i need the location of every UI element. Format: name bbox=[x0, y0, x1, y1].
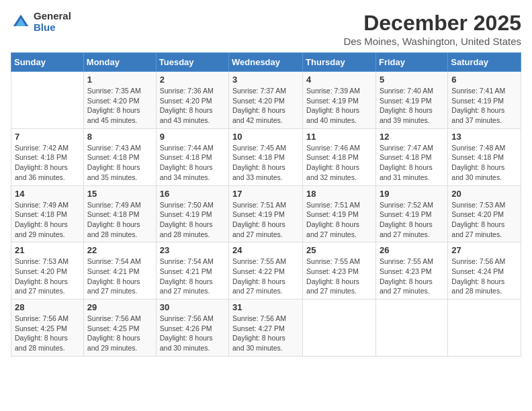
calendar-cell: 8 Sunrise: 7:43 AM Sunset: 4:18 PM Dayli… bbox=[83, 128, 156, 185]
calendar-week-row: 7 Sunrise: 7:42 AM Sunset: 4:18 PM Dayli… bbox=[11, 128, 521, 185]
sunrise-text: Sunrise: 7:37 AM bbox=[232, 87, 286, 95]
day-number: 12 bbox=[380, 132, 444, 142]
sunrise-text: Sunrise: 7:43 AM bbox=[87, 144, 141, 152]
day-number: 29 bbox=[87, 302, 152, 312]
day-number: 10 bbox=[232, 132, 299, 142]
sunrise-text: Sunrise: 7:49 AM bbox=[87, 201, 141, 209]
logo-blue-text: Blue bbox=[34, 22, 71, 34]
sunset-text: Sunset: 4:19 PM bbox=[232, 210, 285, 218]
daylight-text: Daylight: 8 hours and 42 minutes. bbox=[232, 106, 285, 124]
sunset-text: Sunset: 4:25 PM bbox=[87, 324, 140, 332]
daylight-text: Daylight: 8 hours and 28 minutes. bbox=[15, 334, 68, 352]
calendar-cell: 5 Sunrise: 7:40 AM Sunset: 4:19 PM Dayli… bbox=[375, 72, 447, 129]
day-info: Sunrise: 7:47 AM Sunset: 4:18 PM Dayligh… bbox=[380, 143, 444, 183]
header-saturday: Saturday bbox=[448, 53, 521, 72]
sunrise-text: Sunrise: 7:48 AM bbox=[451, 144, 505, 152]
calendar-cell: 17 Sunrise: 7:51 AM Sunset: 4:19 PM Dayl… bbox=[229, 185, 303, 242]
day-number: 1 bbox=[87, 75, 152, 85]
sunrise-text: Sunrise: 7:51 AM bbox=[306, 201, 360, 209]
day-number: 16 bbox=[160, 189, 225, 199]
calendar-cell: 26 Sunrise: 7:55 AM Sunset: 4:23 PM Dayl… bbox=[375, 242, 447, 300]
sunrise-text: Sunrise: 7:56 AM bbox=[160, 314, 214, 322]
daylight-text: Daylight: 8 hours and 30 minutes. bbox=[451, 163, 504, 181]
calendar-cell: 29 Sunrise: 7:56 AM Sunset: 4:25 PM Dayl… bbox=[83, 300, 156, 357]
day-number: 22 bbox=[87, 245, 152, 255]
calendar-cell: 15 Sunrise: 7:49 AM Sunset: 4:18 PM Dayl… bbox=[83, 185, 156, 242]
day-info: Sunrise: 7:53 AM Sunset: 4:20 PM Dayligh… bbox=[451, 200, 517, 240]
sunset-text: Sunset: 4:22 PM bbox=[232, 267, 285, 275]
calendar-cell: 11 Sunrise: 7:46 AM Sunset: 4:18 PM Dayl… bbox=[303, 128, 376, 185]
day-info: Sunrise: 7:56 AM Sunset: 4:25 PM Dayligh… bbox=[15, 314, 80, 353]
sunset-text: Sunset: 4:20 PM bbox=[232, 97, 285, 105]
calendar-cell: 13 Sunrise: 7:48 AM Sunset: 4:18 PM Dayl… bbox=[448, 128, 521, 185]
day-info: Sunrise: 7:53 AM Sunset: 4:20 PM Dayligh… bbox=[15, 257, 80, 296]
day-number: 18 bbox=[306, 189, 372, 199]
daylight-text: Daylight: 8 hours and 30 minutes. bbox=[232, 334, 285, 352]
day-info: Sunrise: 7:49 AM Sunset: 4:18 PM Dayligh… bbox=[15, 200, 80, 240]
sunrise-text: Sunrise: 7:42 AM bbox=[15, 144, 69, 152]
sunset-text: Sunset: 4:24 PM bbox=[451, 267, 504, 275]
calendar-cell: 9 Sunrise: 7:44 AM Sunset: 4:18 PM Dayli… bbox=[156, 128, 228, 185]
header-wednesday: Wednesday bbox=[229, 53, 303, 72]
sunrise-text: Sunrise: 7:50 AM bbox=[160, 201, 214, 209]
daylight-text: Daylight: 8 hours and 28 minutes. bbox=[87, 220, 140, 238]
daylight-text: Daylight: 8 hours and 30 minutes. bbox=[160, 334, 213, 352]
calendar-cell: 1 Sunrise: 7:35 AM Sunset: 4:20 PM Dayli… bbox=[83, 72, 156, 129]
calendar-cell: 10 Sunrise: 7:45 AM Sunset: 4:18 PM Dayl… bbox=[229, 128, 303, 185]
day-info: Sunrise: 7:50 AM Sunset: 4:19 PM Dayligh… bbox=[160, 200, 225, 240]
day-number: 11 bbox=[306, 132, 372, 142]
sunset-text: Sunset: 4:19 PM bbox=[306, 97, 359, 105]
sunset-text: Sunset: 4:19 PM bbox=[380, 210, 432, 218]
day-info: Sunrise: 7:40 AM Sunset: 4:19 PM Dayligh… bbox=[380, 86, 444, 126]
calendar-header: Sunday Monday Tuesday Wednesday Thursday… bbox=[11, 53, 521, 72]
sunset-text: Sunset: 4:18 PM bbox=[380, 153, 432, 161]
sunrise-text: Sunrise: 7:49 AM bbox=[15, 201, 69, 209]
day-info: Sunrise: 7:35 AM Sunset: 4:20 PM Dayligh… bbox=[87, 86, 152, 126]
sunset-text: Sunset: 4:18 PM bbox=[87, 153, 140, 161]
header-sunday: Sunday bbox=[11, 53, 84, 72]
sunset-text: Sunset: 4:19 PM bbox=[160, 210, 212, 218]
day-number: 23 bbox=[160, 245, 225, 255]
sunset-text: Sunset: 4:26 PM bbox=[160, 324, 212, 332]
day-info: Sunrise: 7:43 AM Sunset: 4:18 PM Dayligh… bbox=[87, 143, 152, 183]
day-info: Sunrise: 7:36 AM Sunset: 4:20 PM Dayligh… bbox=[160, 86, 225, 126]
day-number: 27 bbox=[451, 245, 517, 255]
calendar-subtitle: Des Moines, Washington, United States bbox=[343, 36, 521, 47]
day-info: Sunrise: 7:46 AM Sunset: 4:18 PM Dayligh… bbox=[306, 143, 372, 183]
day-info: Sunrise: 7:49 AM Sunset: 4:18 PM Dayligh… bbox=[87, 200, 152, 240]
calendar-body: 1 Sunrise: 7:35 AM Sunset: 4:20 PM Dayli… bbox=[11, 72, 521, 357]
sunrise-text: Sunrise: 7:45 AM bbox=[232, 144, 286, 152]
calendar-cell: 12 Sunrise: 7:47 AM Sunset: 4:18 PM Dayl… bbox=[375, 128, 447, 185]
sunset-text: Sunset: 4:18 PM bbox=[15, 153, 67, 161]
calendar-cell: 18 Sunrise: 7:51 AM Sunset: 4:19 PM Dayl… bbox=[303, 185, 376, 242]
sunrise-text: Sunrise: 7:55 AM bbox=[380, 257, 433, 265]
page-header: General Blue December 2025 Des Moines, W… bbox=[11, 11, 521, 47]
day-info: Sunrise: 7:39 AM Sunset: 4:19 PM Dayligh… bbox=[306, 86, 372, 126]
calendar-cell bbox=[11, 72, 84, 129]
calendar-cell: 23 Sunrise: 7:54 AM Sunset: 4:21 PM Dayl… bbox=[156, 242, 228, 300]
daylight-text: Daylight: 8 hours and 27 minutes. bbox=[87, 277, 140, 295]
day-info: Sunrise: 7:56 AM Sunset: 4:26 PM Dayligh… bbox=[160, 314, 225, 353]
day-number: 30 bbox=[160, 302, 225, 312]
calendar-cell: 21 Sunrise: 7:53 AM Sunset: 4:20 PM Dayl… bbox=[11, 242, 84, 300]
day-number: 28 bbox=[15, 302, 80, 312]
daylight-text: Daylight: 8 hours and 28 minutes. bbox=[451, 277, 504, 295]
daylight-text: Daylight: 8 hours and 33 minutes. bbox=[232, 163, 285, 181]
sunrise-text: Sunrise: 7:52 AM bbox=[380, 201, 433, 209]
sunset-text: Sunset: 4:18 PM bbox=[160, 153, 212, 161]
daylight-text: Daylight: 8 hours and 27 minutes. bbox=[380, 220, 433, 238]
day-number: 8 bbox=[87, 132, 152, 142]
day-info: Sunrise: 7:55 AM Sunset: 4:23 PM Dayligh… bbox=[380, 257, 444, 296]
calendar-cell: 2 Sunrise: 7:36 AM Sunset: 4:20 PM Dayli… bbox=[156, 72, 228, 129]
sunset-text: Sunset: 4:20 PM bbox=[15, 267, 67, 275]
calendar-cell bbox=[303, 300, 376, 357]
day-number: 21 bbox=[15, 245, 80, 255]
sunrise-text: Sunrise: 7:39 AM bbox=[306, 87, 360, 95]
day-number: 19 bbox=[380, 189, 444, 199]
calendar-cell: 4 Sunrise: 7:39 AM Sunset: 4:19 PM Dayli… bbox=[303, 72, 376, 129]
calendar-cell: 27 Sunrise: 7:56 AM Sunset: 4:24 PM Dayl… bbox=[448, 242, 521, 300]
calendar-week-row: 21 Sunrise: 7:53 AM Sunset: 4:20 PM Dayl… bbox=[11, 242, 521, 300]
daylight-text: Daylight: 8 hours and 27 minutes. bbox=[451, 220, 504, 238]
day-number: 31 bbox=[232, 302, 299, 312]
sunrise-text: Sunrise: 7:56 AM bbox=[232, 314, 286, 322]
